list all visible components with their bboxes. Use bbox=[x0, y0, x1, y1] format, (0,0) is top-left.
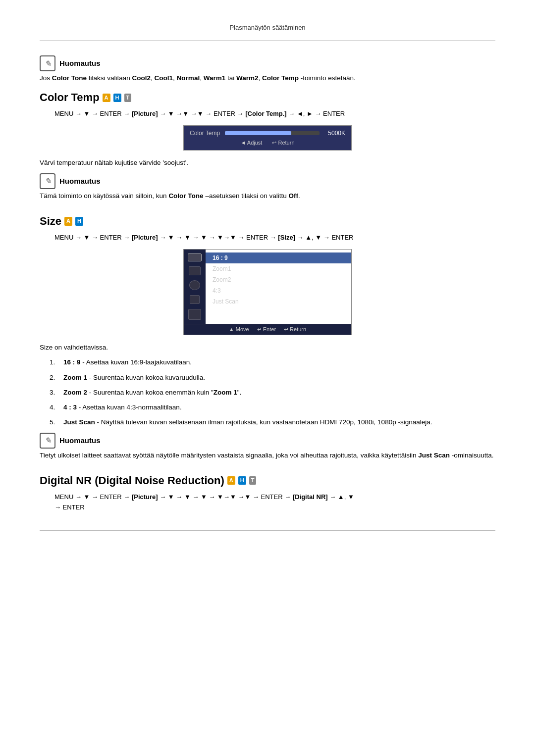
size-nav-enter: ↵ Enter bbox=[257, 326, 276, 333]
size-menu-item-zoom2[interactable]: Zoom2 bbox=[206, 274, 351, 285]
color-temp-note: ✎ Huomautus Tämä toiminto on käytössä va… bbox=[40, 173, 495, 201]
size-section: Size A H MENU → ▼ → ENTER → [Picture] → … bbox=[40, 215, 495, 460]
badge-h-size: H bbox=[75, 217, 83, 225]
size-list-item-1: 1. 16 : 9 - Asettaa kuvan 16:9-laajakuva… bbox=[50, 357, 495, 367]
note1-section: ✎ Huomautus Jos Color Tone tilaksi valit… bbox=[40, 55, 495, 83]
badge-t-colortemp: T bbox=[124, 94, 132, 102]
color-temp-screen-nav: ◄ Adjust ↩ Return bbox=[190, 140, 345, 146]
digital-nr-title: Digital NR (Digital Noise Reduction) A H… bbox=[40, 474, 495, 487]
size-icon-zoom2 bbox=[189, 280, 200, 290]
badge-a-size: A bbox=[64, 217, 72, 225]
size-list-num-1: 1. bbox=[50, 357, 60, 367]
color-temp-title: Color Temp A H T bbox=[40, 91, 495, 104]
size-list-text-4: 4 : 3 - Asettaa kuvan 4:3-normaalitilaan… bbox=[63, 403, 182, 412]
size-list-item-2: 2. Zoom 1 - Suurentaa kuvan kokoa kuvaru… bbox=[50, 373, 495, 383]
note1-text: Jos Color Tone tilaksi valitaan Cool2, C… bbox=[40, 73, 495, 83]
note1-label: Huomautus bbox=[59, 55, 101, 71]
size-nav-return: ↩ Return bbox=[284, 326, 306, 333]
size-list-item-3: 3. Zoom 2 - Suurentaa kuvan kokoa enemmä… bbox=[50, 388, 495, 398]
note1-heading-row: ✎ Huomautus bbox=[40, 55, 495, 71]
color-temp-bar-container bbox=[225, 131, 320, 135]
color-temp-section: Color Temp A H T MENU → ▼ → ENTER → [Pic… bbox=[40, 91, 495, 201]
color-temp-adjust-label: ◄ Adjust bbox=[241, 140, 263, 146]
size-list-item-4: 4. 4 : 3 - Asettaa kuvan 4:3-normaalitil… bbox=[50, 403, 495, 412]
color-temp-note-label: Huomautus bbox=[59, 173, 101, 189]
size-nav-path: MENU → ▼ → ENTER → [Picture] → ▼ → ▼ → ▼… bbox=[54, 233, 495, 243]
size-icon-zoom1 bbox=[189, 266, 201, 275]
color-temp-note-text: Tämä toiminto on käytössä vain silloin, … bbox=[40, 191, 495, 201]
size-icons-col bbox=[184, 250, 206, 324]
size-menu-item-zoom1[interactable]: Zoom1 bbox=[206, 263, 351, 274]
size-title: Size A H bbox=[40, 215, 495, 228]
size-menu-item-43[interactable]: 4:3 bbox=[206, 285, 351, 296]
color-temp-screen-row: Color Temp 5000K bbox=[190, 130, 345, 137]
badge-a-colortemp: A bbox=[103, 94, 110, 102]
size-list-text-5: Just Scan - Näyttää tulevan kuvan sellai… bbox=[63, 417, 432, 427]
digital-nr-section: Digital NR (Digital Noise Reduction) A H… bbox=[40, 474, 495, 513]
badge-t-dnr: T bbox=[249, 476, 257, 485]
badge-a-dnr: A bbox=[227, 476, 235, 485]
size-list-num-4: 4. bbox=[50, 403, 60, 412]
page-container: Plasmanäytön säätäminen ✎ Huomautus Jos … bbox=[0, 0, 535, 560]
size-screen-inner: 16 : 9 Zoom1 Zoom2 4:3 Just Scan bbox=[184, 250, 351, 324]
color-temp-screen-label: Color Temp bbox=[190, 130, 220, 137]
page-rule bbox=[40, 530, 495, 531]
size-icon-widescreen bbox=[188, 253, 202, 261]
color-temp-nav-path: MENU → ▼ → ENTER → [Picture] → ▼ →▼ →▼ →… bbox=[54, 109, 495, 119]
header-title: Plasmanäytön säätäminen bbox=[229, 24, 305, 31]
size-note-label: Huomautus bbox=[59, 433, 101, 449]
size-screen: 16 : 9 Zoom1 Zoom2 4:3 Just Scan ▲ Move … bbox=[183, 249, 352, 335]
size-nav-move: ▲ Move bbox=[229, 326, 249, 333]
size-icon-43 bbox=[190, 295, 200, 304]
size-menu-item-justscan[interactable]: Just Scan bbox=[206, 296, 351, 307]
size-body: Size on vaihdettavissa. bbox=[40, 342, 495, 353]
digital-nr-title-text: Digital NR (Digital Noise Reduction) bbox=[40, 474, 224, 487]
size-note: ✎ Huomautus Tietyt ulkoiset laitteet saa… bbox=[40, 433, 495, 460]
size-list: 1. 16 : 9 - Asettaa kuvan 16:9-laajakuva… bbox=[50, 357, 495, 427]
badge-h-dnr: H bbox=[238, 476, 246, 485]
size-list-num-2: 2. bbox=[50, 373, 60, 383]
color-temp-title-text: Color Temp bbox=[40, 91, 100, 104]
color-temp-body: Värvi temperatuur näitab kujutise värvid… bbox=[40, 157, 495, 168]
color-temp-bar-fill bbox=[225, 131, 291, 135]
size-title-text: Size bbox=[40, 215, 61, 228]
size-note-icon: ✎ bbox=[40, 433, 55, 449]
color-temp-note-icon: ✎ bbox=[40, 173, 55, 189]
size-list-num-5: 5. bbox=[50, 417, 60, 427]
color-temp-screen-value: 5000K bbox=[324, 130, 345, 137]
size-list-text-3: Zoom 2 - Suurentaa kuvan kokoa enemmän k… bbox=[63, 388, 241, 398]
size-note-heading: ✎ Huomautus bbox=[40, 433, 495, 449]
badge-h-colortemp: H bbox=[113, 94, 121, 102]
color-temp-return-label: ↩ Return bbox=[272, 140, 294, 146]
note1-icon: ✎ bbox=[40, 55, 55, 71]
color-temp-screen: Color Temp 5000K ◄ Adjust ↩ Return bbox=[183, 125, 352, 151]
size-menu-col: 16 : 9 Zoom1 Zoom2 4:3 Just Scan bbox=[206, 250, 351, 324]
color-temp-note-heading: ✎ Huomautus bbox=[40, 173, 495, 189]
size-screen-nav: ▲ Move ↵ Enter ↩ Return bbox=[184, 324, 351, 335]
size-menu-item-169[interactable]: 16 : 9 bbox=[206, 252, 351, 263]
size-list-num-3: 3. bbox=[50, 388, 60, 398]
digital-nr-nav-path: MENU → ▼ → ENTER → [Picture] → ▼ → ▼ → ▼… bbox=[54, 492, 495, 513]
page-header: Plasmanäytön säätäminen bbox=[40, 15, 495, 41]
size-list-item-5: 5. Just Scan - Näyttää tulevan kuvan sel… bbox=[50, 417, 495, 427]
size-list-text-2: Zoom 1 - Suurentaa kuvan kokoa kuvaruudu… bbox=[63, 373, 205, 383]
size-list-text-1: 16 : 9 - Asettaa kuvan 16:9-laajakuvatil… bbox=[63, 357, 192, 367]
size-note-text: Tietyt ulkoiset laitteet saattavat syött… bbox=[40, 451, 495, 460]
size-icon-justscan bbox=[188, 309, 201, 320]
